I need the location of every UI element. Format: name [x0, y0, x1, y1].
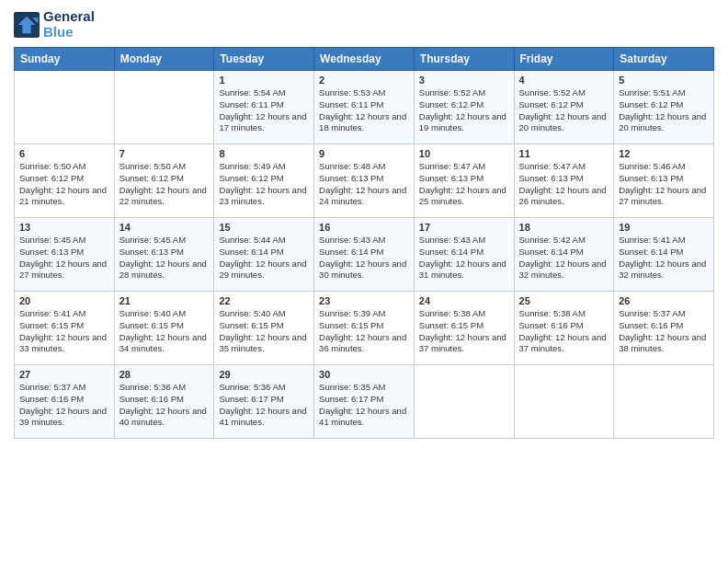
calendar-cell: 8Sunrise: 5:49 AMSunset: 6:12 PMDaylight… [214, 144, 314, 218]
day-info: Sunrise: 5:46 AMSunset: 6:13 PMDaylight:… [619, 161, 709, 208]
calendar-cell: 1Sunrise: 5:54 AMSunset: 6:11 PMDaylight… [214, 71, 314, 144]
day-info: Sunrise: 5:41 AMSunset: 6:14 PMDaylight:… [619, 235, 709, 282]
day-info: Sunrise: 5:38 AMSunset: 6:16 PMDaylight:… [519, 308, 609, 355]
day-info: Sunrise: 5:36 AMSunset: 6:16 PMDaylight:… [119, 382, 210, 429]
calendar-cell: 18Sunrise: 5:42 AMSunset: 6:14 PMDayligh… [514, 218, 614, 292]
day-number: 20 [19, 295, 109, 306]
calendar-cell: 12Sunrise: 5:46 AMSunset: 6:13 PMDayligh… [614, 144, 714, 218]
logo-icon [14, 12, 40, 38]
calendar-cell [15, 71, 115, 144]
day-number: 16 [319, 222, 409, 233]
calendar-cell: 5Sunrise: 5:51 AMSunset: 6:12 PMDaylight… [614, 71, 714, 144]
calendar-cell: 23Sunrise: 5:39 AMSunset: 6:15 PMDayligh… [314, 292, 415, 365]
calendar-header: SundayMondayTuesdayWednesdayThursdayFrid… [15, 48, 714, 71]
day-number: 19 [619, 222, 709, 233]
week-row-4: 20Sunrise: 5:41 AMSunset: 6:15 PMDayligh… [15, 292, 714, 365]
calendar-table: SundayMondayTuesdayWednesdayThursdayFrid… [14, 47, 714, 439]
calendar-cell [514, 365, 614, 439]
calendar-cell: 24Sunrise: 5:38 AMSunset: 6:15 PMDayligh… [414, 292, 514, 365]
day-number: 27 [19, 369, 109, 380]
day-info: Sunrise: 5:44 AMSunset: 6:14 PMDaylight:… [219, 235, 309, 282]
day-number: 29 [219, 369, 309, 380]
day-number: 10 [419, 148, 509, 159]
week-row-3: 13Sunrise: 5:45 AMSunset: 6:13 PMDayligh… [15, 218, 714, 292]
day-info: Sunrise: 5:45 AMSunset: 6:13 PMDaylight:… [119, 235, 210, 282]
calendar-cell: 25Sunrise: 5:38 AMSunset: 6:16 PMDayligh… [514, 292, 614, 365]
day-info: Sunrise: 5:37 AMSunset: 6:16 PMDaylight:… [19, 382, 109, 429]
day-info: Sunrise: 5:39 AMSunset: 6:15 PMDaylight:… [319, 308, 409, 355]
day-info: Sunrise: 5:53 AMSunset: 6:11 PMDaylight:… [319, 87, 409, 134]
calendar-cell: 11Sunrise: 5:47 AMSunset: 6:13 PMDayligh… [514, 144, 614, 218]
calendar-cell: 10Sunrise: 5:47 AMSunset: 6:13 PMDayligh… [414, 144, 514, 218]
day-number: 25 [519, 295, 609, 306]
day-number: 28 [119, 369, 210, 380]
day-info: Sunrise: 5:45 AMSunset: 6:13 PMDaylight:… [19, 235, 109, 282]
day-info: Sunrise: 5:41 AMSunset: 6:15 PMDaylight:… [19, 308, 109, 355]
weekday-header-thursday: Thursday [414, 48, 514, 71]
calendar-cell: 19Sunrise: 5:41 AMSunset: 6:14 PMDayligh… [614, 218, 714, 292]
day-info: Sunrise: 5:50 AMSunset: 6:12 PMDaylight:… [19, 161, 109, 208]
week-row-5: 27Sunrise: 5:37 AMSunset: 6:16 PMDayligh… [15, 365, 714, 439]
day-info: Sunrise: 5:38 AMSunset: 6:15 PMDaylight:… [419, 308, 509, 355]
calendar-cell: 4Sunrise: 5:52 AMSunset: 6:12 PMDaylight… [514, 71, 614, 144]
day-info: Sunrise: 5:37 AMSunset: 6:16 PMDaylight:… [619, 308, 709, 355]
calendar-cell: 20Sunrise: 5:41 AMSunset: 6:15 PMDayligh… [15, 292, 115, 365]
calendar-cell [614, 365, 714, 439]
day-info: Sunrise: 5:49 AMSunset: 6:12 PMDaylight:… [219, 161, 309, 208]
day-number: 8 [219, 148, 309, 159]
day-number: 9 [319, 148, 409, 159]
calendar-cell: 29Sunrise: 5:36 AMSunset: 6:17 PMDayligh… [214, 365, 314, 439]
calendar-cell [114, 71, 214, 144]
day-info: Sunrise: 5:36 AMSunset: 6:17 PMDaylight:… [219, 382, 309, 429]
calendar-cell: 21Sunrise: 5:40 AMSunset: 6:15 PMDayligh… [114, 292, 214, 365]
day-number: 24 [419, 295, 509, 306]
day-info: Sunrise: 5:51 AMSunset: 6:12 PMDaylight:… [619, 87, 709, 134]
weekday-header-tuesday: Tuesday [214, 48, 314, 71]
calendar-cell: 3Sunrise: 5:52 AMSunset: 6:12 PMDaylight… [414, 71, 514, 144]
logo-text: General Blue [43, 9, 95, 40]
day-number: 5 [619, 75, 709, 86]
day-info: Sunrise: 5:54 AMSunset: 6:11 PMDaylight:… [219, 87, 309, 134]
day-number: 15 [219, 222, 309, 233]
day-number: 7 [119, 148, 210, 159]
calendar-cell: 27Sunrise: 5:37 AMSunset: 6:16 PMDayligh… [15, 365, 115, 439]
day-number: 23 [319, 295, 409, 306]
week-row-2: 6Sunrise: 5:50 AMSunset: 6:12 PMDaylight… [15, 144, 714, 218]
calendar-cell: 13Sunrise: 5:45 AMSunset: 6:13 PMDayligh… [15, 218, 115, 292]
page: General Blue SundayMondayTuesdayWednesda… [0, 0, 728, 563]
calendar-cell: 2Sunrise: 5:53 AMSunset: 6:11 PMDaylight… [314, 71, 415, 144]
calendar-body: 1Sunrise: 5:54 AMSunset: 6:11 PMDaylight… [15, 71, 714, 439]
day-info: Sunrise: 5:52 AMSunset: 6:12 PMDaylight:… [519, 87, 609, 134]
day-info: Sunrise: 5:40 AMSunset: 6:15 PMDaylight:… [119, 308, 210, 355]
calendar-cell: 14Sunrise: 5:45 AMSunset: 6:13 PMDayligh… [114, 218, 214, 292]
calendar-cell [414, 365, 514, 439]
calendar-cell: 16Sunrise: 5:43 AMSunset: 6:14 PMDayligh… [314, 218, 415, 292]
calendar-cell: 17Sunrise: 5:43 AMSunset: 6:14 PMDayligh… [414, 218, 514, 292]
day-number: 14 [119, 222, 210, 233]
day-info: Sunrise: 5:42 AMSunset: 6:14 PMDaylight:… [519, 235, 609, 282]
calendar-cell: 30Sunrise: 5:35 AMSunset: 6:17 PMDayligh… [314, 365, 415, 439]
day-number: 11 [519, 148, 609, 159]
day-info: Sunrise: 5:52 AMSunset: 6:12 PMDaylight:… [419, 87, 509, 134]
day-number: 3 [419, 75, 509, 86]
calendar-cell: 7Sunrise: 5:50 AMSunset: 6:12 PMDaylight… [114, 144, 214, 218]
calendar-cell: 15Sunrise: 5:44 AMSunset: 6:14 PMDayligh… [214, 218, 314, 292]
calendar-cell: 9Sunrise: 5:48 AMSunset: 6:13 PMDaylight… [314, 144, 415, 218]
day-number: 6 [19, 148, 109, 159]
day-number: 17 [419, 222, 509, 233]
day-info: Sunrise: 5:35 AMSunset: 6:17 PMDaylight:… [319, 382, 409, 429]
day-number: 12 [619, 148, 709, 159]
day-info: Sunrise: 5:48 AMSunset: 6:13 PMDaylight:… [319, 161, 409, 208]
day-info: Sunrise: 5:50 AMSunset: 6:12 PMDaylight:… [119, 161, 210, 208]
day-number: 26 [619, 295, 709, 306]
calendar-cell: 28Sunrise: 5:36 AMSunset: 6:16 PMDayligh… [114, 365, 214, 439]
day-info: Sunrise: 5:47 AMSunset: 6:13 PMDaylight:… [519, 161, 609, 208]
weekday-header-friday: Friday [514, 48, 614, 71]
weekday-header-monday: Monday [114, 48, 214, 71]
calendar-cell: 22Sunrise: 5:40 AMSunset: 6:15 PMDayligh… [214, 292, 314, 365]
weekday-header-sunday: Sunday [15, 48, 115, 71]
day-number: 22 [219, 295, 309, 306]
day-number: 21 [119, 295, 210, 306]
day-info: Sunrise: 5:43 AMSunset: 6:14 PMDaylight:… [319, 235, 409, 282]
weekday-header-saturday: Saturday [614, 48, 714, 71]
